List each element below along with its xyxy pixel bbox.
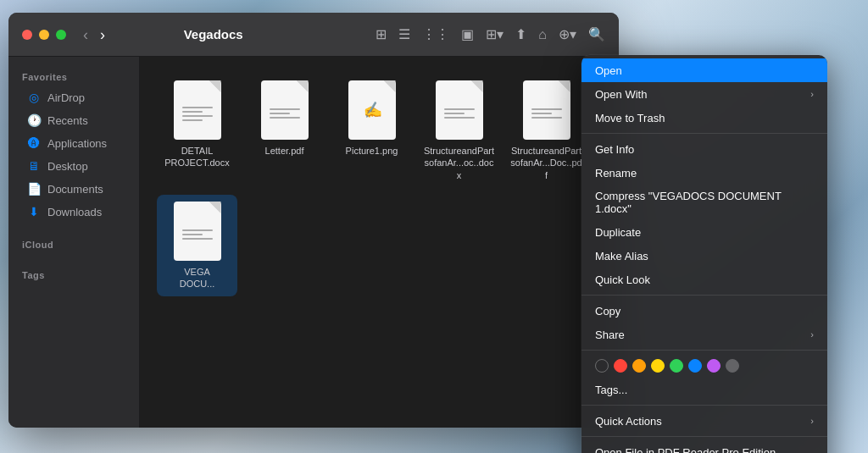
menu-item-open[interactable]: Open xyxy=(581,58,827,82)
file-item-structure-pdf[interactable]: StructureandPartsofanAr...Doc..pdf xyxy=(506,74,587,188)
file-icon-docx xyxy=(174,80,221,140)
tag-dot-blue[interactable] xyxy=(688,359,702,373)
sidebar-item-airdrop[interactable]: ◎ AirDrop xyxy=(14,86,134,108)
file-icon-png: ✍ xyxy=(348,80,396,140)
minimize-button[interactable] xyxy=(39,30,49,40)
sidebar-section-icloud: iCloud xyxy=(8,235,139,253)
menu-label-duplicate: Duplicate xyxy=(595,226,641,239)
file-icon-structure-pdf xyxy=(523,80,570,140)
menu-tags-row xyxy=(581,354,827,378)
file-item-picture1-png[interactable]: ✍ Picture1.png xyxy=(331,74,412,188)
sidebar-section-favorites: Favorites xyxy=(8,67,139,86)
menu-label-get-info: Get Info xyxy=(595,143,634,156)
menu-label-open-with: Open With xyxy=(595,88,647,101)
file-item-structure-docx[interactable]: StructureandPartsofanAr...oc..docx xyxy=(419,74,499,188)
menu-label-tags: Tags... xyxy=(595,384,627,396)
file-icon-vegadocs xyxy=(174,202,221,261)
sidebar-item-applications[interactable]: 🅐 Applications xyxy=(14,132,134,154)
file-area: DETAILPROJECT.docx Letter.pdf ✍ P xyxy=(140,57,619,428)
sidebar-item-downloads[interactable]: ⬇ Downloads xyxy=(14,201,134,223)
file-item-vegadocs[interactable]: VEGADOCU... xyxy=(157,195,237,297)
close-button[interactable] xyxy=(22,30,32,40)
icon-share[interactable]: ⬆ xyxy=(515,26,526,42)
menu-item-copy[interactable]: Copy xyxy=(581,299,827,323)
menu-separator-2 xyxy=(581,295,827,296)
sidebar-label-downloads: Downloads xyxy=(47,206,102,218)
menu-item-quick-look[interactable]: Quick Look xyxy=(581,268,827,291)
sidebar-item-documents[interactable]: 📄 Documents xyxy=(14,178,134,200)
menu-label-open: Open xyxy=(595,64,622,77)
menu-label-make-alias: Make Alias xyxy=(595,250,648,262)
sidebar-item-recents[interactable]: 🕐 Recents xyxy=(14,109,134,131)
sidebar-item-desktop[interactable]: 🖥 Desktop xyxy=(14,155,134,177)
icon-tag[interactable]: ⌂ xyxy=(538,27,547,42)
toolbar-icons: ⊞ ☰ ⋮⋮ ▣ ⊞▾ ⬆ ⌂ ⊕▾ 🔍 xyxy=(376,26,605,42)
menu-item-tags[interactable]: Tags... xyxy=(581,378,827,401)
file-name-detail-project: DETAILPROJECT.docx xyxy=(164,145,229,169)
menu-item-open-with[interactable]: Open With › xyxy=(581,82,827,106)
icon-list-view[interactable]: ☰ xyxy=(398,26,410,42)
menu-label-copy: Copy xyxy=(595,305,620,318)
file-item-letter-pdf[interactable]: Letter.pdf xyxy=(244,74,325,188)
file-name-vegadocs: VEGADOCU... xyxy=(180,266,215,290)
tag-dot-purple[interactable] xyxy=(707,359,721,373)
file-name-letter-pdf: Letter.pdf xyxy=(265,145,304,157)
applications-icon: 🅐 xyxy=(27,136,41,150)
downloads-icon: ⬇ xyxy=(27,205,41,218)
window-title: Vegadocs xyxy=(51,27,376,41)
menu-label-open-pdf: Open File in PDF Reader Pro Edition xyxy=(595,446,776,454)
icon-search[interactable]: 🔍 xyxy=(588,26,605,42)
icon-sort[interactable]: ⊞▾ xyxy=(486,26,504,42)
menu-item-make-alias[interactable]: Make Alias xyxy=(581,244,827,268)
recents-icon: 🕐 xyxy=(27,113,41,127)
context-menu: Open Open With › Move to Trash Get Info … xyxy=(581,55,827,453)
menu-item-move-trash[interactable]: Move to Trash xyxy=(581,106,827,130)
file-name-structure-pdf: StructureandPartsofanAr...Doc..pdf xyxy=(509,145,583,181)
icon-more[interactable]: ⊕▾ xyxy=(559,26,576,42)
sidebar-label-airdrop: AirDrop xyxy=(47,91,85,104)
menu-item-compress[interactable]: Compress "VEGADOCS DOCUMENT 1.docx" xyxy=(581,185,827,220)
sidebar-label-documents: Documents xyxy=(47,183,103,196)
menu-item-open-pdf[interactable]: Open File in PDF Reader Pro Edition xyxy=(581,440,827,453)
menu-item-quick-actions[interactable]: Quick Actions › xyxy=(581,409,827,433)
file-icon-structure-docx xyxy=(436,80,483,140)
menu-label-quick-actions: Quick Actions xyxy=(595,415,662,428)
menu-item-rename[interactable]: Rename xyxy=(581,161,827,185)
menu-label-rename: Rename xyxy=(595,167,637,180)
tag-dot-empty-1[interactable] xyxy=(595,359,609,373)
menu-label-compress: Compress "VEGADOCS DOCUMENT 1.docx" xyxy=(595,190,814,215)
airdrop-icon: ◎ xyxy=(27,91,41,104)
menu-separator-5 xyxy=(581,436,827,437)
menu-label-quick-look: Quick Look xyxy=(595,273,650,286)
tag-dot-green[interactable] xyxy=(670,359,683,373)
menu-separator-1 xyxy=(581,133,827,134)
documents-icon: 📄 xyxy=(27,182,41,196)
tag-dot-red[interactable] xyxy=(614,359,627,373)
menu-item-get-info[interactable]: Get Info xyxy=(581,137,827,161)
chevron-right-icon: › xyxy=(810,89,814,99)
chevron-right-icon-share: › xyxy=(810,329,814,340)
sidebar: Favorites ◎ AirDrop 🕐 Recents 🅐 Applicat… xyxy=(8,57,140,428)
file-item-detail-project[interactable]: DETAILPROJECT.docx xyxy=(157,74,237,188)
icon-gallery-view[interactable]: ▣ xyxy=(461,26,474,42)
file-icon-pdf xyxy=(261,80,309,140)
title-bar: ‹ › Vegadocs ⊞ ☰ ⋮⋮ ▣ ⊞▾ ⬆ ⌂ ⊕▾ 🔍 xyxy=(8,13,619,57)
sidebar-label-recents: Recents xyxy=(47,114,88,127)
icon-grid-view[interactable]: ⊞ xyxy=(376,26,387,42)
sidebar-label-desktop: Desktop xyxy=(47,160,88,173)
menu-item-share[interactable]: Share › xyxy=(581,323,827,346)
menu-label-move-trash: Move to Trash xyxy=(595,112,665,124)
menu-label-share: Share xyxy=(595,329,625,341)
menu-separator-3 xyxy=(581,350,827,351)
menu-item-duplicate[interactable]: Duplicate xyxy=(581,220,827,244)
file-name-structure-docx: StructureandPartsofanAr...oc..docx xyxy=(422,145,496,181)
finder-body: Favorites ◎ AirDrop 🕐 Recents 🅐 Applicat… xyxy=(8,57,619,428)
tag-dot-yellow[interactable] xyxy=(651,359,665,373)
tag-dot-gray[interactable] xyxy=(726,359,739,373)
icon-column-view[interactable]: ⋮⋮ xyxy=(422,26,449,42)
desktop-icon: 🖥 xyxy=(27,159,41,173)
menu-separator-4 xyxy=(581,405,827,406)
sidebar-section-tags: Tags xyxy=(8,265,139,284)
tag-dot-orange[interactable] xyxy=(632,359,646,373)
finder-window: ‹ › Vegadocs ⊞ ☰ ⋮⋮ ▣ ⊞▾ ⬆ ⌂ ⊕▾ 🔍 Favori… xyxy=(8,13,619,428)
